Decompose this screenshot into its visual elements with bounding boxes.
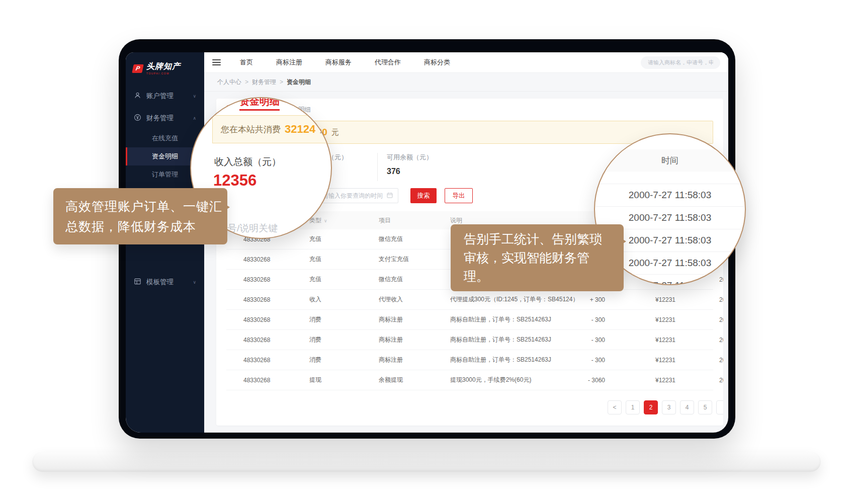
cell-project: 商标注册	[379, 315, 450, 324]
search-button[interactable]: 搜索	[410, 188, 437, 203]
cell-description: 提现3000元，手续费2%(60元)	[450, 376, 581, 384]
cell-description: 代理提成300元（ID:1245，订单号：SB45124）	[450, 295, 581, 304]
cell-balance: ¥12231	[605, 377, 675, 384]
cell-description: 商标自助注册，订单号：SB2514263J	[450, 335, 581, 344]
cell-project: 微信充值	[379, 235, 450, 243]
magnified-stat-value: 12356	[213, 172, 257, 190]
table-row: 48330268 消费 商标注册 商标自助注册，订单号：SB2514263J -…	[226, 310, 713, 330]
cell-balance: ¥12231	[605, 296, 675, 303]
pagination-page[interactable]: 5	[698, 400, 712, 414]
laptop-base	[32, 452, 821, 472]
cell-order-no: 48330268	[226, 337, 309, 344]
cell-type: 消费	[309, 335, 379, 344]
cell-order-no: 48330268	[226, 276, 309, 283]
cell-order-no: 48330268	[226, 377, 309, 384]
table-row: 48330268 收入 代理收入 代理提成300元（ID:1245，订单号：SB…	[226, 290, 713, 310]
cell-type: 提现	[309, 376, 379, 384]
cell-time: 2000-7-27 11:58:03	[675, 357, 719, 364]
chevron-down-icon: ∨	[193, 94, 196, 99]
hamburger-menu-icon[interactable]	[212, 59, 221, 65]
cell-type: 收入	[309, 295, 379, 304]
top-navbar: 首页商标注册商标服务代理合作商标分类	[204, 52, 728, 73]
top-nav-links: 首页商标注册商标服务代理合作商标分类	[240, 58, 450, 67]
table-row: 48330268 消费 商标注册 商标自助注册，订单号：SB2514263J -…	[226, 350, 713, 370]
table-row: 48330268 消费 商标注册 商标自助注册，订单号：SB2514263J -…	[226, 330, 713, 350]
time-input-placeholder: 请输入你要查询的时间	[322, 192, 383, 200]
nav-item[interactable]: 代理合作	[375, 58, 401, 67]
export-button[interactable]: 导出	[445, 188, 473, 203]
sidebar-item-account[interactable]: 账户管理 ∨	[126, 85, 204, 107]
cell-type: 充值	[309, 235, 379, 243]
template-icon	[134, 278, 141, 287]
cell-amount: - 300	[581, 316, 605, 323]
breadcrumb-item[interactable]: 个人中心	[217, 78, 252, 87]
magnified-tab-label: 资金明细	[239, 97, 280, 111]
magnified-time-value: 2000-7-27 11:58:03	[594, 184, 746, 206]
brand-logo[interactable]: P 头牌知产 TOUPAI.COM	[126, 52, 204, 85]
cell-order-no: 48330268	[226, 316, 309, 323]
sidebar-item-template[interactable]: 模板管理 ∨	[126, 271, 204, 293]
pagination: < 12345	[226, 400, 723, 414]
sidebar-item-label: 财务管理	[146, 114, 174, 123]
magnified-stat-label: 收入总额（元）	[214, 155, 281, 169]
breadcrumb-item[interactable]: 财务管理	[252, 78, 287, 87]
time-input[interactable]: 请输入你要查询的时间	[317, 188, 398, 203]
breadcrumb-item[interactable]: 资金明细	[287, 78, 311, 87]
breadcrumb: 个人中心财务管理资金明细	[204, 73, 728, 92]
pagination-page[interactable]: 2	[644, 400, 658, 414]
brand-logo-icon: P	[132, 64, 144, 73]
cell-amount: - 3060	[581, 377, 605, 384]
user-icon	[134, 92, 141, 101]
tooltip-right: 告别手工统计、告别繁琐审核，实现智能财务管理。	[451, 224, 624, 291]
cell-project: 微信充值	[379, 275, 450, 284]
cell-project: 支付宝充值	[379, 255, 450, 264]
page: P 头牌知产 TOUPAI.COM 账户管理 ∨ 财务管理 ∧	[0, 0, 853, 504]
finance-icon	[134, 114, 141, 123]
cell-type: 消费	[309, 356, 379, 364]
cell-project: 代理收入	[379, 295, 450, 304]
chevron-down-icon: ∨	[193, 280, 196, 285]
nav-item[interactable]: 首页	[240, 58, 253, 67]
cell-order-no: 48330268	[226, 357, 309, 364]
cell-type: 充值	[309, 255, 379, 264]
cell-amount: - 300	[581, 357, 605, 364]
cell-time: 2000-7-27 11:58:03	[675, 377, 719, 384]
pagination-prev[interactable]: <	[608, 400, 622, 414]
cell-time: 2000-7-27 11:58:03	[675, 316, 719, 323]
nav-item[interactable]: 商标分类	[424, 58, 450, 67]
cell-amount: + 300	[581, 296, 605, 303]
table-row: 48330268 提现 余额提现 提现3000元，手续费2%(60元) - 30…	[226, 370, 713, 390]
nav-item[interactable]: 商标注册	[276, 58, 302, 67]
cell-type: 充值	[309, 275, 379, 284]
search-input[interactable]	[641, 56, 720, 69]
cell-amount: - 300	[581, 337, 605, 344]
nav-item[interactable]: 商标服务	[325, 58, 352, 67]
sidebar-subitem[interactable]: 在线充值	[126, 129, 204, 147]
pagination-page[interactable]: 1	[626, 400, 640, 414]
pagination-page[interactable]: 3	[662, 400, 676, 414]
cell-project: 商标注册	[379, 335, 450, 344]
tooltip-left: 高效管理账户订单、一键汇总数据，降低财务成本	[53, 188, 227, 244]
table-header-cell: 项目	[379, 216, 450, 225]
cell-balance: ¥12231	[605, 357, 675, 364]
table-header-cell: 说明	[450, 216, 581, 225]
pagination-next[interactable]	[716, 400, 723, 414]
cell-balance: ¥12231	[605, 316, 675, 323]
cell-project: 余额提现	[379, 376, 450, 384]
cell-project: 商标注册	[379, 356, 450, 364]
banner-suffix: 元	[331, 128, 339, 137]
calendar-icon	[387, 191, 393, 200]
cell-time: 2000-7-27 11:58:03	[675, 337, 719, 344]
cell-order-no: 48330268	[226, 256, 309, 263]
cell-description: 商标自助注册，订单号：SB2514263J	[450, 356, 581, 364]
chevron-up-icon: ∧	[193, 116, 196, 121]
cell-time: 2000-7-27 11:58:03	[675, 296, 719, 303]
cell-description: 商标自助注册，订单号：SB2514263J	[450, 315, 581, 324]
brand-tagline: TOUPAI.COM	[146, 72, 171, 75]
sidebar-item-label: 模板管理	[146, 278, 174, 287]
sidebar-item-finance[interactable]: 财务管理 ∧	[126, 107, 204, 129]
stat-balance: 可用余额（元） 376	[377, 153, 433, 181]
table-header-cell: 类型	[309, 216, 379, 225]
pagination-page[interactable]: 4	[680, 400, 694, 414]
cell-balance: ¥12231	[605, 337, 675, 344]
